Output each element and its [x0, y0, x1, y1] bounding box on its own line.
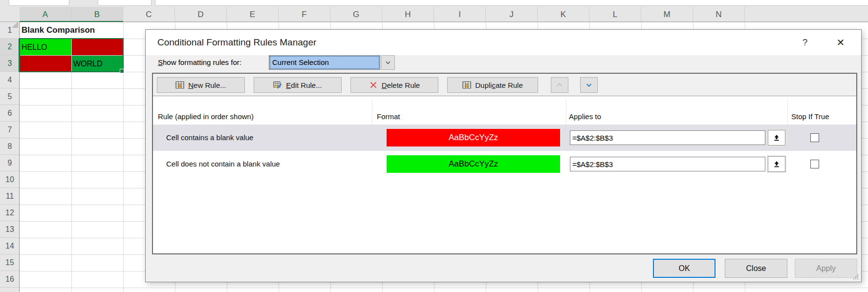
- rules-toolbar: New Rule...Edit Rule...Delete RuleDuplic…: [153, 74, 856, 96]
- column-header-A[interactable]: A: [20, 7, 71, 22]
- format-preview: AaBbCcYyZz: [387, 129, 560, 146]
- column-header-J[interactable]: J: [486, 7, 538, 22]
- duplicate-rule-table-icon: [462, 81, 471, 89]
- rule-row-1[interactable]: Cell contains a blank valueAaBbCcYyZz: [153, 125, 856, 151]
- row-header-11[interactable]: 11: [0, 188, 20, 205]
- close-icon[interactable]: ✕: [833, 35, 848, 50]
- delete-rule-button-label: Delete Rule: [382, 81, 420, 89]
- row-header-7[interactable]: 7: [0, 122, 20, 138]
- ok-button[interactable]: OK: [653, 259, 716, 278]
- row-header-6[interactable]: 6: [0, 105, 20, 122]
- row-header-13[interactable]: 13: [0, 221, 20, 238]
- edit-rule-button-label: Edit Rule...: [286, 81, 322, 89]
- dialog-title-bar: Conditional Formatting Rules Manager ? ✕: [146, 30, 861, 55]
- stop-if-true-checkbox[interactable]: [810, 160, 819, 168]
- header-divider: [787, 100, 788, 125]
- excel-window: ABCDEFGHIJKLMN 12345678910111213141516 H…: [0, 0, 868, 292]
- row-header-5[interactable]: 5: [0, 88, 20, 105]
- row-header-12[interactable]: 12: [0, 205, 20, 221]
- delete-x-icon: [369, 81, 378, 89]
- chevron-down-icon: [585, 81, 593, 89]
- new-rule-button[interactable]: New Rule...: [157, 77, 245, 93]
- rules-list-header: Rule (applied in order shown) Format App…: [153, 96, 856, 125]
- chevron-up-icon: [555, 81, 564, 89]
- name-box-bottom: [9, 0, 69, 6]
- header-divider: [566, 100, 566, 125]
- fill-handle[interactable]: [120, 69, 124, 73]
- row-header-3[interactable]: 3: [0, 55, 20, 72]
- rule-name: Cell does not contain a blank value: [166, 151, 280, 177]
- chevron-down-icon: [384, 58, 392, 67]
- edit-rule-button[interactable]: Edit Rule...: [254, 77, 342, 93]
- column-header-H[interactable]: H: [382, 7, 434, 22]
- collapse-dialog-button[interactable]: [768, 156, 785, 172]
- close-button[interactable]: Close: [725, 259, 787, 278]
- stop-if-true-checkbox[interactable]: [810, 133, 819, 142]
- dialog-title: Conditional Formatting Rules Manager: [157, 30, 316, 55]
- cell-A1[interactable]: Blank Comparison: [20, 22, 106, 38]
- column-header-applies-to: Applies to: [569, 112, 601, 121]
- insert-function-box-bottom: [98, 0, 152, 6]
- rules-list-frame: New Rule...Edit Rule...Delete RuleDuplic…: [152, 73, 857, 254]
- row-header-2[interactable]: 2: [0, 39, 20, 55]
- rule-name: Cell contains a blank value: [166, 125, 253, 151]
- formula-bar-bottom: [155, 0, 868, 6]
- format-preview: AaBbCcYyZz: [387, 155, 560, 173]
- formula-bar-strip: [0, 0, 868, 7]
- column-header-L[interactable]: L: [589, 7, 641, 22]
- move-up-button[interactable]: [551, 77, 568, 93]
- delete-rule-button[interactable]: Delete Rule: [350, 77, 438, 93]
- row-header-14[interactable]: 14: [0, 238, 20, 254]
- column-header-N[interactable]: N: [693, 7, 745, 22]
- show-rules-label: Show formatting rules for:: [158, 55, 241, 70]
- select-all-triangle-icon: [12, 21, 18, 28]
- applies-to-input[interactable]: [570, 157, 765, 171]
- duplicate-rule-button-label: Duplicate Rule: [475, 81, 523, 89]
- column-header-C[interactable]: C: [123, 7, 175, 22]
- move-down-button[interactable]: [580, 77, 598, 93]
- select-all-corner[interactable]: [0, 7, 20, 22]
- column-header-D[interactable]: D: [175, 7, 227, 22]
- help-button[interactable]: ?: [798, 35, 812, 50]
- dropdown-chevron-button[interactable]: [381, 55, 395, 70]
- show-rules-dropdown-value[interactable]: Current Selection: [269, 55, 380, 70]
- header-divider: [372, 100, 372, 125]
- column-header-stop-if-true: Stop If True: [791, 112, 829, 121]
- row-header-9[interactable]: 9: [0, 155, 20, 171]
- row-header-8[interactable]: 8: [0, 138, 20, 155]
- show-rules-dropdown: Current Selection: [269, 55, 395, 70]
- rule-row-2[interactable]: Cell does not contain a blank valueAaBbC…: [153, 151, 856, 177]
- column-header-M[interactable]: M: [641, 7, 693, 22]
- resize-grip-icon[interactable]: [852, 273, 859, 279]
- row-header-filler: [0, 288, 20, 292]
- collapse-dialog-icon: [772, 160, 781, 168]
- column-header-E[interactable]: E: [227, 7, 279, 22]
- column-header-rule: Rule (applied in order shown): [158, 112, 254, 121]
- column-header-F[interactable]: F: [279, 7, 330, 22]
- column-header-G[interactable]: G: [330, 7, 382, 22]
- column-header-I[interactable]: I: [434, 7, 486, 22]
- collapse-dialog-button[interactable]: [768, 130, 785, 146]
- row-header-10[interactable]: 10: [0, 171, 20, 188]
- row-header-16[interactable]: 16: [0, 271, 20, 288]
- edit-rule-pencil-icon: [273, 81, 282, 89]
- header-bottom-border: [0, 21, 868, 22]
- new-rule-table-icon: [175, 81, 184, 89]
- column-header-format: Format: [377, 112, 400, 121]
- duplicate-rule-button[interactable]: Duplicate Rule: [447, 77, 538, 93]
- new-rule-button-label: New Rule...: [188, 81, 226, 89]
- conditional-formatting-dialog: Conditional Formatting Rules Manager ? ✕…: [145, 29, 862, 282]
- column-header-K[interactable]: K: [538, 7, 589, 22]
- collapse-dialog-icon: [772, 133, 781, 142]
- selection-border: [19, 38, 124, 72]
- applies-to-input[interactable]: [570, 130, 765, 145]
- row-header-15[interactable]: 15: [0, 254, 20, 271]
- apply-button[interactable]: Apply: [795, 259, 857, 278]
- row-header-4[interactable]: 4: [0, 72, 20, 88]
- column-header-B[interactable]: B: [71, 7, 123, 22]
- selected-columns-accent: [20, 21, 123, 22]
